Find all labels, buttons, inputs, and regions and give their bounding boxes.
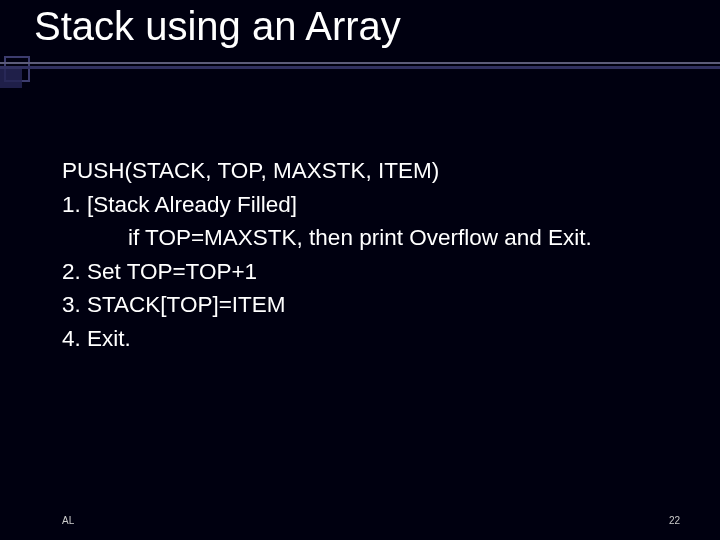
slide-title: Stack using an Array <box>34 4 401 48</box>
title-underline-thin <box>0 62 720 64</box>
slide-body: PUSH(STACK, TOP, MAXSTK, ITEM) 1. [Stack… <box>62 155 680 356</box>
body-line-0: PUSH(STACK, TOP, MAXSTK, ITEM) <box>62 155 680 187</box>
body-line-5: 4. Exit. <box>62 323 680 355</box>
body-line-1: 1. [Stack Already Filled] <box>62 189 680 221</box>
slide: Stack using an Array PUSH(STACK, TOP, MA… <box>0 0 720 540</box>
title-underline-thick <box>0 66 720 69</box>
decor-square-fill <box>0 66 22 88</box>
body-line-3: 2. Set TOP=TOP+1 <box>62 256 680 288</box>
body-line-4: 3. STACK[TOP]=ITEM <box>62 289 680 321</box>
footer-left: AL <box>62 515 74 526</box>
body-line-2: if TOP=MAXSTK, then print Overflow and E… <box>62 222 680 254</box>
page-number: 22 <box>669 515 680 526</box>
title-zone: Stack using an Array <box>0 4 720 49</box>
